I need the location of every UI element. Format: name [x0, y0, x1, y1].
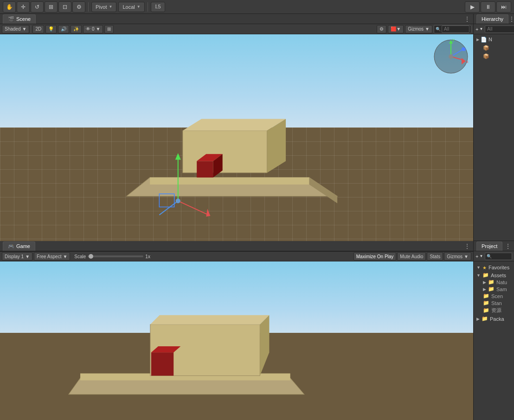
assets-folder[interactable]: ▼ 📁 Assets ▶ 📁 Natu ▶ 📁 Sam: [476, 272, 511, 314]
scene-background: y z x: [0, 34, 473, 241]
subfolder-arrow-0: ▶: [483, 280, 486, 285]
hierarchy-panel-more[interactable]: ⋮: [508, 15, 514, 23]
scale-slider-thumb[interactable]: [89, 254, 93, 259]
aspect-arrow: ▼: [63, 254, 67, 259]
scene-panel-more[interactable]: ⋮: [464, 15, 470, 23]
hand-tool-btn[interactable]: ✋: [3, 1, 16, 13]
hierarchy-toolbar: + ▼: [474, 24, 514, 34]
scene-panel: 🎬 Scene ⋮ Shaded ▼ 2D 💡 🔊 ✨ 👁: [0, 14, 473, 241]
occlusion-dropdown[interactable]: 👁 0 ▼: [83, 25, 103, 33]
packages-arrow: ▶: [476, 317, 480, 321]
game-panel-more[interactable]: ⋮: [464, 242, 470, 250]
project-tab[interactable]: Project: [476, 242, 502, 251]
pivot-btn[interactable]: Pivot ▼: [91, 2, 116, 12]
stats-btn[interactable]: Stats: [427, 252, 443, 261]
display-arrow: ▼: [25, 254, 30, 259]
scale-tool-btn[interactable]: ⊞: [45, 1, 58, 13]
gizmos-btn[interactable]: Gizmos ▼: [405, 25, 432, 33]
svg-line-13: [159, 201, 178, 215]
hierarchy-scene-icon: 📄: [481, 37, 487, 43]
project-add-btn[interactable]: + ▼: [475, 254, 483, 259]
hierarchy-search-input[interactable]: [485, 25, 514, 33]
gizmo-svg: y z x: [432, 38, 469, 75]
favorites-star: ★: [482, 265, 487, 270]
2d-btn[interactable]: 2D: [32, 25, 44, 33]
scale-label: Scale: [74, 254, 86, 259]
project-tab-label: Project: [482, 243, 497, 249]
project-search-icon: 🔍: [487, 254, 492, 259]
assets-subfolders: ▶ 📁 Natu ▶ 📁 Sam 📁 Scen: [476, 279, 511, 314]
favorites-header: ▼ ★ Favorites: [476, 264, 511, 271]
game-panel: 🎮 Game ⋮ Display 1 ▼ Free Aspect ▼ Scale: [0, 241, 473, 420]
mute-audio-btn[interactable]: Mute Audio: [397, 252, 426, 261]
assets-header: ▼ 📁 Assets: [476, 272, 511, 279]
hierarchy-item-2-icon: 📦: [483, 53, 489, 59]
shading-arrow: ▼: [22, 26, 26, 32]
game-toolbar: Display 1 ▼ Free Aspect ▼ Scale 1x Max: [0, 251, 473, 261]
hierarchy-item-0[interactable]: ▶ 📄 N: [474, 35, 514, 44]
svg-marker-3: [183, 131, 267, 173]
top-toolbar: ✋ ✛ ↺ ⊞ ⊡ ⚙ Pivot ▼ Local ▼ 𝕃5 ▶ ⏸ ⏭: [0, 0, 514, 14]
hierarchy-content: ▶ 📄 N 📦 📦: [474, 34, 514, 241]
svg-rect-6: [197, 161, 213, 177]
rect-tool-btn[interactable]: ⊡: [58, 1, 71, 13]
aspect-dropdown[interactable]: Free Aspect ▼: [34, 252, 70, 261]
scale-slider-track[interactable]: [88, 255, 143, 257]
render-mode-btn[interactable]: 🟥▼: [388, 25, 404, 33]
display-dropdown[interactable]: Display 1 ▼: [2, 252, 32, 261]
play-btn[interactable]: ▶: [465, 1, 480, 13]
pause-btn[interactable]: ⏸: [481, 1, 495, 13]
game-viewport[interactable]: [0, 261, 473, 420]
local-btn[interactable]: Local ▼: [118, 2, 144, 12]
divider-1: [88, 2, 89, 12]
hierarchy-item-label: N: [488, 37, 492, 42]
main-area: 🎬 Scene ⋮ Shaded ▼ 2D 💡 🔊 ✨ 👁: [0, 14, 514, 420]
subfolder-natu[interactable]: ▶ 📁 Natu: [483, 279, 511, 286]
layers-btn[interactable]: 𝕃5: [151, 2, 165, 12]
shading-dropdown[interactable]: Shaded ▼: [2, 25, 29, 33]
game-tab-bar: 🎮 Game ⋮: [0, 241, 473, 251]
project-toolbar: + ▼ 🔍: [474, 251, 514, 261]
hierarchy-tab[interactable]: Hierarchy: [476, 14, 508, 24]
divider-2: [148, 2, 148, 12]
assets-folder-icon: 📁: [482, 272, 489, 278]
effects-btn[interactable]: ✨: [71, 25, 82, 33]
camera-btn[interactable]: ⚙: [377, 25, 386, 33]
subfolder-sam[interactable]: ▶ 📁 Sam: [483, 286, 511, 293]
grid-btn[interactable]: ⊞: [104, 25, 114, 33]
subfolder-label-3: Stan: [491, 300, 502, 306]
hierarchy-item-2[interactable]: 📦: [474, 52, 514, 60]
right-sidebar: Hierarchy ⋮ + ▼ ▶ 📄 N 📦: [473, 14, 514, 420]
lighting-btn[interactable]: 💡: [45, 25, 57, 33]
packages-folder[interactable]: ▶ 📁 Packa: [476, 315, 511, 322]
project-panel-more[interactable]: ⋮: [505, 242, 511, 250]
transform-tool-btn[interactable]: ⚙: [72, 1, 85, 13]
maximize-on-play-btn[interactable]: Maximize On Play: [353, 252, 397, 261]
subfolder-arrow-1: ▶: [483, 287, 486, 292]
rotate-tool-btn[interactable]: ↺: [31, 1, 44, 13]
favorites-folder[interactable]: ▼ ★ Favorites: [476, 264, 511, 271]
hierarchy-item-1[interactable]: 📦: [474, 44, 514, 52]
display-label: Display 1: [5, 254, 24, 259]
hierarchy-add-btn[interactable]: + ▼: [475, 26, 483, 32]
favorites-label: Favorites: [488, 265, 509, 270]
pivot-label: Pivot: [96, 4, 107, 10]
project-add-arrow: ▼: [479, 254, 483, 258]
subfolder-scen[interactable]: 📁 Scen: [483, 293, 511, 299]
layers-label: 𝕃5: [155, 4, 161, 10]
scene-search-input[interactable]: [442, 25, 469, 33]
scene-viewport[interactable]: y z x: [0, 34, 473, 241]
svg-text:x: x: [466, 59, 469, 64]
subfolder-resources[interactable]: 📁 资源: [483, 306, 511, 314]
subfolder-icon-4: 📁: [483, 307, 489, 313]
audio-btn[interactable]: 🔊: [58, 25, 69, 33]
game-tab-icon: 🎮: [8, 243, 14, 249]
project-search-input[interactable]: [493, 253, 510, 260]
subfolder-stan[interactable]: 📁 Stan: [483, 299, 511, 306]
game-tab[interactable]: 🎮 Game: [3, 242, 35, 251]
game-gizmos-btn[interactable]: Gizmos ▼: [444, 252, 471, 261]
scene-tab[interactable]: 🎬 Scene: [3, 14, 36, 24]
hierarchy-tab-bar: Hierarchy ⋮: [474, 14, 514, 24]
step-btn[interactable]: ⏭: [496, 1, 511, 13]
move-tool-btn[interactable]: ✛: [17, 1, 30, 13]
